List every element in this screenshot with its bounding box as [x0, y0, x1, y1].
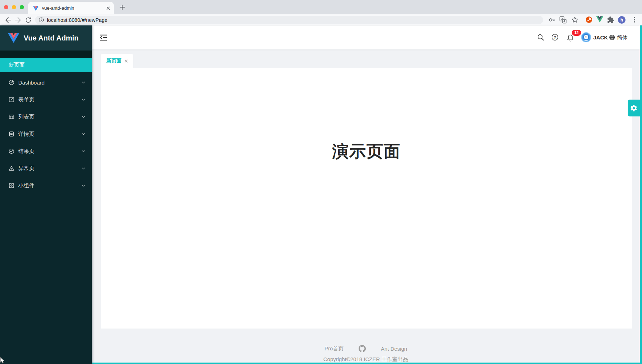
- extensions-puzzle-icon[interactable]: [607, 16, 614, 24]
- app-title: Vue Antd Admin: [24, 34, 78, 42]
- sidebar-item-label: 新页面: [9, 62, 25, 68]
- chevron-down-icon: [82, 185, 85, 187]
- reload-icon[interactable]: [24, 16, 32, 24]
- page-tab-newpage[interactable]: 新页面: [101, 54, 133, 68]
- user-name[interactable]: JACK: [593, 34, 608, 40]
- close-tab-icon[interactable]: [106, 6, 110, 10]
- content-card: 演示页面: [101, 68, 632, 329]
- url-text: localhost:8080/#/newPage: [47, 17, 107, 23]
- sidebar: Vue Antd Admin 新页面 Dashboard: [0, 25, 92, 364]
- translate-icon[interactable]: [559, 16, 567, 24]
- chevron-down-icon: [82, 150, 85, 152]
- gear-icon: [630, 104, 638, 112]
- block-icon: [9, 183, 14, 188]
- sidebar-item-label: 小组件: [18, 182, 82, 189]
- screen: vue-antd-admin localhost:8080/#/newPage: [0, 0, 642, 364]
- sidebar-item-exceptions[interactable]: 异常页: [0, 161, 92, 176]
- language-selector[interactable]: 简体: [617, 34, 628, 41]
- tab-title: vue-antd-admin: [42, 5, 106, 11]
- browser-tab[interactable]: vue-antd-admin: [28, 2, 114, 14]
- key-icon[interactable]: [548, 16, 556, 24]
- chevron-down-icon: [82, 167, 85, 169]
- close-icon[interactable]: [124, 59, 128, 63]
- sidebar-item-label: 结果页: [18, 148, 82, 155]
- sidebar-item-widgets[interactable]: 小组件: [0, 178, 92, 193]
- sidebar-item-label: 列表页: [18, 114, 82, 120]
- check-circle-icon: [9, 148, 14, 154]
- sidebar-item-results[interactable]: 结果页: [0, 144, 92, 158]
- sidebar-item-details[interactable]: 详情页: [0, 127, 92, 141]
- sidebar-item-label: Dashboard: [18, 80, 82, 86]
- user-avatar[interactable]: [581, 32, 591, 42]
- chevron-down-icon: [82, 116, 85, 118]
- question-circle-icon[interactable]: ?: [551, 34, 559, 41]
- sidebar-item-label: 表单页: [18, 96, 82, 103]
- footer-links: Pro首页 Ant Design: [92, 345, 640, 352]
- new-tab-button[interactable]: [119, 4, 125, 10]
- github-icon[interactable]: [359, 345, 366, 352]
- sidebar-item-dashboard[interactable]: Dashboard: [0, 75, 92, 90]
- warning-icon: [9, 166, 14, 171]
- vue-favicon: [33, 6, 39, 11]
- app-logo[interactable]: Vue Antd Admin: [0, 25, 92, 51]
- drawer-bottom-edge: [92, 363, 642, 364]
- footer-link-ant-design[interactable]: Ant Design: [381, 346, 407, 352]
- profile-avatar[interactable]: h: [618, 16, 626, 24]
- form-icon: [9, 97, 14, 102]
- footer-link-pro-home[interactable]: Pro首页: [325, 345, 344, 352]
- table-icon: [9, 114, 14, 120]
- zoom-window-button[interactable]: [20, 5, 24, 9]
- sidebar-item-label: 详情页: [18, 131, 82, 138]
- settings-drawer-button[interactable]: [628, 100, 640, 116]
- search-icon[interactable]: [537, 34, 544, 41]
- profile-initial: h: [621, 18, 623, 23]
- orange-extension-icon[interactable]: [585, 16, 593, 23]
- chevron-down-icon: [82, 133, 85, 135]
- sidebar-item-label: 异常页: [18, 165, 82, 172]
- close-window-button[interactable]: [4, 5, 8, 9]
- menu-top-strip: [0, 51, 92, 58]
- sidebar-item-forms[interactable]: 表单页: [0, 92, 92, 107]
- chevron-down-icon: [82, 99, 85, 101]
- star-icon[interactable]: [571, 16, 579, 24]
- profile-icon: [9, 131, 14, 137]
- svg-text:?: ?: [554, 35, 556, 39]
- drawer-right-edge: [640, 25, 642, 364]
- globe-icon[interactable]: [609, 34, 615, 40]
- page-title: 演示页面: [101, 140, 632, 163]
- menu-fold-icon[interactable]: [99, 33, 108, 42]
- sidebar-item-lists[interactable]: 列表页: [0, 110, 92, 124]
- info-icon[interactable]: [39, 17, 44, 23]
- forward-icon[interactable]: [14, 16, 22, 24]
- page-tab-label: 新页面: [106, 58, 121, 64]
- url-bar[interactable]: localhost:8080/#/newPage: [35, 16, 543, 24]
- back-icon[interactable]: [4, 16, 12, 24]
- minimize-window-button[interactable]: [12, 5, 16, 9]
- copyright-text: Copyright©2018 ICZER 工作室出品: [92, 356, 640, 363]
- dashboard-icon: [9, 80, 14, 85]
- menu-kebab-icon[interactable]: [631, 16, 638, 23]
- chevron-down-icon: [82, 81, 85, 83]
- vue-logo-icon: [8, 33, 19, 43]
- sidebar-item-newpage[interactable]: 新页面: [0, 58, 92, 72]
- notification-badge: 12: [572, 30, 581, 36]
- mouse-cursor: [0, 357, 5, 364]
- vue-devtools-icon[interactable]: [596, 16, 603, 23]
- browser-tab-strip: vue-antd-admin: [0, 0, 642, 14]
